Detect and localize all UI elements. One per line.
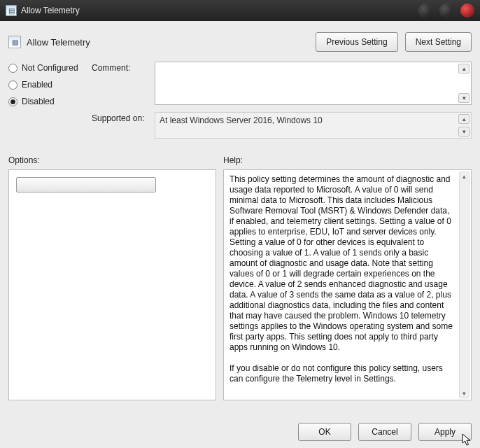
help-panel: This policy setting determines the amoun…: [223, 169, 472, 400]
cancel-button[interactable]: Cancel: [358, 423, 411, 441]
scroll-up-icon[interactable]: ▴: [458, 114, 470, 124]
supported-label: Supported on:: [92, 112, 155, 123]
next-setting-button[interactable]: Next Setting: [405, 32, 472, 52]
options-section-label: Options:: [8, 155, 223, 165]
policy-icon: ▤: [8, 36, 21, 48]
supported-on-field: At least Windows Server 2016, Windows 10…: [155, 112, 472, 139]
state-column: Not Configured Enabled Disabled: [8, 62, 82, 146]
supported-on-value: At least Windows Server 2016, Windows 10: [160, 115, 323, 125]
radio-not-configured[interactable]: Not Configured: [8, 63, 82, 73]
upper-section: Not Configured Enabled Disabled Comment:…: [8, 62, 472, 146]
radio-label: Not Configured: [22, 63, 78, 73]
section-labels: Options: Help:: [8, 155, 472, 165]
help-text: This policy setting determines the amoun…: [227, 173, 468, 386]
fields-column: Comment: ▴ ▾ Supported on: At least Wind…: [92, 62, 472, 146]
ok-button[interactable]: OK: [298, 423, 351, 441]
header-row: ▤ Allow Telemetry Previous Setting Next …: [8, 28, 472, 62]
help-scrollbar[interactable]: ▴ ▾: [459, 172, 470, 398]
app-icon: ▤: [6, 5, 17, 16]
scroll-up-icon[interactable]: ▴: [458, 64, 470, 74]
radio-label: Disabled: [22, 97, 55, 106]
titlebar[interactable]: ▤ Allow Telemetry: [0, 0, 480, 21]
minimize-button[interactable]: [418, 4, 432, 18]
radio-label: Enabled: [22, 80, 52, 90]
scroll-down-icon[interactable]: ▾: [458, 93, 470, 103]
scroll-up-icon[interactable]: ▴: [460, 173, 469, 180]
radio-disabled[interactable]: Disabled: [8, 97, 82, 106]
window-title: Allow Telemetry: [21, 6, 80, 15]
radio-icon: [8, 64, 17, 73]
supported-row: Supported on: At least Windows Server 20…: [92, 112, 472, 139]
comment-label: Comment:: [92, 62, 155, 73]
options-dropdown[interactable]: [16, 177, 156, 192]
panels: This policy setting determines the amoun…: [8, 169, 472, 414]
page-title: Allow Telemetry: [27, 37, 90, 48]
radio-icon: [8, 97, 17, 106]
comment-row: Comment: ▴ ▾: [92, 62, 472, 105]
radio-enabled[interactable]: Enabled: [8, 80, 82, 90]
comment-input[interactable]: ▴ ▾: [155, 62, 472, 105]
close-button[interactable]: [460, 4, 474, 18]
scroll-down-icon[interactable]: ▾: [460, 390, 469, 397]
footer: OK Cancel Apply: [8, 414, 472, 441]
maximize-button[interactable]: [439, 4, 453, 18]
options-panel: [8, 169, 216, 400]
previous-setting-button[interactable]: Previous Setting: [316, 32, 397, 52]
scroll-down-icon[interactable]: ▾: [458, 127, 470, 136]
apply-button[interactable]: Apply: [418, 423, 472, 441]
help-section-label: Help:: [223, 155, 243, 165]
content-area: ▤ Allow Telemetry Previous Setting Next …: [0, 21, 480, 448]
radio-icon: [8, 80, 17, 90]
